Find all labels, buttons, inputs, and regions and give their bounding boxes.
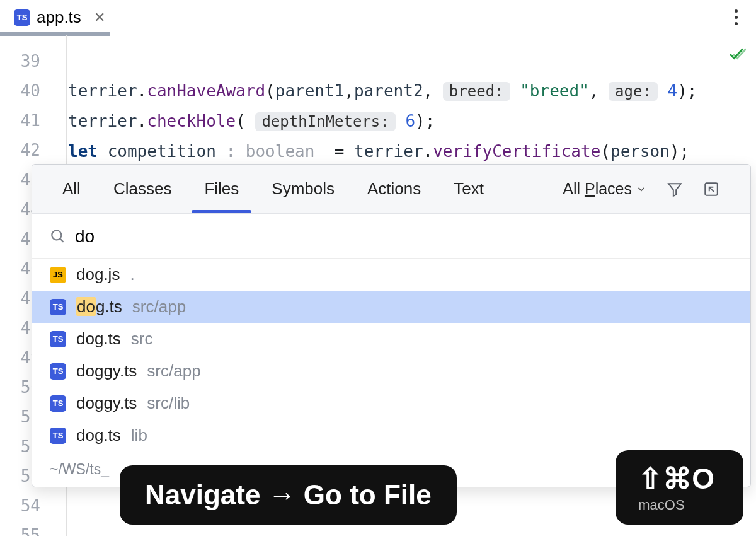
result-path: src/app (132, 297, 186, 317)
svg-line-2 (709, 187, 714, 192)
search-results: JSdog.js.TSdog.tssrc/appTSdog.tssrcTSdog… (32, 259, 750, 452)
chevron-down-icon (636, 184, 647, 195)
line-number: 55 (0, 521, 40, 536)
ts-file-icon: TS (50, 331, 66, 347)
search-result-row[interactable]: TSdoggy.tssrc/app (32, 355, 750, 387)
ts-file-icon: TS (50, 395, 66, 412)
tip-bubble: Navigate → Go to File (120, 465, 457, 525)
search-result-row[interactable]: TSdog.tssrc/app (32, 291, 750, 323)
svg-point-3 (52, 230, 61, 240)
result-filename: dog.ts (76, 329, 121, 349)
ts-file-icon: TS (50, 299, 66, 315)
close-icon[interactable]: ✕ (88, 6, 112, 30)
ts-file-icon: TS (50, 428, 66, 444)
result-path: src/lib (147, 393, 190, 413)
tab-bar: TS app.ts ✕ (0, 0, 756, 35)
search-result-row[interactable]: TSdoggy.tssrc/lib (32, 387, 750, 419)
result-path: lib (131, 426, 147, 445)
tab-text[interactable]: Text (454, 165, 484, 213)
line-number: 41 (0, 106, 40, 136)
line-number: 42 (0, 136, 40, 165)
js-file-icon: JS (50, 267, 66, 283)
result-filename: dog.js (76, 265, 120, 284)
tab-all[interactable]: All (62, 165, 81, 213)
shortcut-platform: macOS (638, 497, 684, 513)
shortcut-keys: ⇧⌘O (638, 462, 714, 496)
ts-file-icon: TS (14, 9, 30, 26)
type-hint: : boolean (226, 142, 314, 161)
ts-file-icon: TS (50, 363, 66, 380)
parameter-hint: depthInMeters: (255, 112, 395, 131)
shortcut-bubble: ⇧⌘O macOS (616, 450, 743, 525)
line-number: 39 (0, 47, 40, 76)
inspection-ok-icon[interactable] (727, 44, 746, 63)
search-input[interactable] (75, 226, 301, 247)
search-result-row[interactable]: JSdog.js. (32, 259, 750, 291)
search-tabs: All Classes Files Symbols Actions Text A… (32, 165, 750, 214)
result-filename: doggy.ts (76, 393, 137, 413)
tab-symbols[interactable]: Symbols (272, 165, 335, 213)
scope-selector[interactable]: All Places (563, 180, 647, 198)
kebab-menu-icon[interactable] (723, 5, 748, 30)
result-path: src/app (147, 361, 200, 381)
filter-icon[interactable] (666, 180, 684, 198)
svg-marker-0 (668, 184, 681, 196)
tab-files[interactable]: Files (204, 165, 239, 213)
tab-title: app.ts (37, 8, 81, 27)
tip-label: Navigate → Go to File (145, 479, 432, 511)
result-filename: doggy.ts (76, 361, 137, 381)
svg-line-4 (60, 238, 63, 242)
tab-classes[interactable]: Classes (113, 165, 171, 213)
line-number: 54 (0, 491, 40, 521)
open-in-tool-window-icon[interactable] (702, 180, 720, 198)
result-path: . (130, 265, 134, 284)
search-icon (50, 228, 66, 245)
result-filename: dog.ts (76, 426, 121, 445)
search-result-row[interactable]: TSdog.tssrc (32, 323, 750, 355)
result-filename: dog.ts (76, 297, 122, 317)
parameter-hint: age: (609, 82, 658, 101)
editor-tab[interactable]: TS app.ts ✕ (8, 0, 118, 35)
search-everywhere-popup: All Classes Files Symbols Actions Text A… (32, 164, 751, 487)
search-result-row[interactable]: TSdog.tslib (32, 419, 750, 452)
parameter-hint: breed: (443, 82, 510, 101)
line-number: 40 (0, 76, 40, 106)
search-input-row (32, 214, 750, 259)
tab-actions[interactable]: Actions (367, 165, 421, 213)
result-path: src (131, 329, 153, 349)
